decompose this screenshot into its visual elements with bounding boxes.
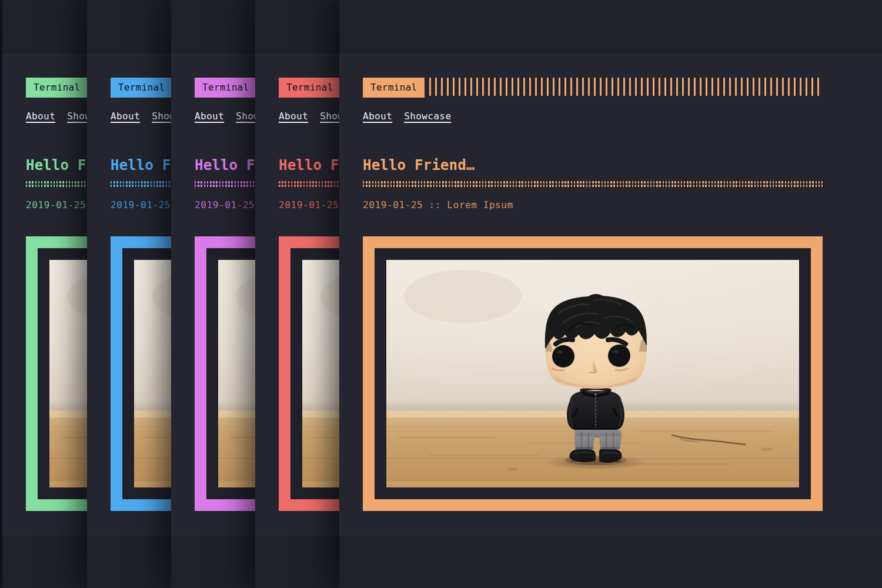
nav-link-about[interactable]: About: [363, 111, 392, 122]
nav-link-about[interactable]: About: [195, 111, 224, 122]
panel-stack: Terminal About Showcase Hello Friend… 20…: [0, 0, 882, 588]
site-nav: About Showcase: [363, 111, 451, 122]
framed-photo: [363, 236, 823, 511]
dotted-divider: [363, 181, 823, 188]
terminal-logo-badge[interactable]: Terminal: [279, 78, 340, 98]
terminal-logo-badge[interactable]: Terminal: [111, 78, 172, 98]
nav-link-about[interactable]: About: [279, 111, 308, 122]
panel-content: Terminal About Showcase Hello Friend… 20…: [363, 55, 823, 534]
content-strip: Terminal About Showcase Hello Friend… 20…: [339, 54, 882, 535]
nav-link-about[interactable]: About: [26, 111, 55, 122]
post-title: Hello Friend…: [363, 157, 475, 173]
terminal-logo-badge[interactable]: Terminal: [26, 78, 88, 98]
figure-jacket: [567, 388, 624, 430]
logo-stripes-decoration: [429, 78, 823, 96]
figure-head: [545, 294, 647, 389]
panel-orange: Terminal About Showcase Hello Friend… 20…: [339, 0, 882, 588]
post-meta: 2019-01-25 :: Lorem Ipsum: [363, 199, 513, 211]
post-photo: [386, 260, 799, 487]
nav-link-about[interactable]: About: [111, 111, 140, 122]
site-header: Terminal: [363, 78, 823, 98]
nav-link-showcase[interactable]: Showcase: [404, 111, 451, 122]
terminal-logo-badge[interactable]: Terminal: [195, 78, 256, 98]
terminal-logo-badge[interactable]: Terminal: [363, 78, 425, 98]
